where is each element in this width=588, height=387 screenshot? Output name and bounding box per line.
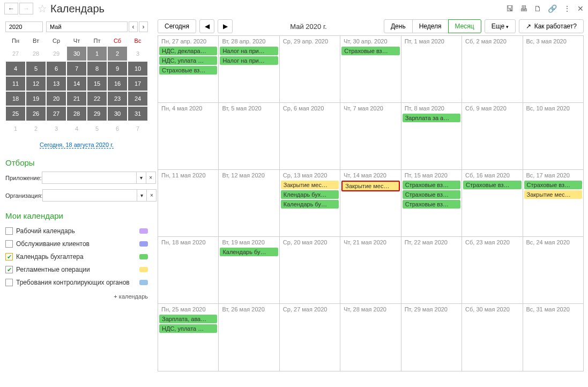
- minical-day[interactable]: 30: [107, 106, 128, 121]
- back-button[interactable]: ←: [4, 3, 18, 14]
- minical-day[interactable]: 25: [5, 106, 26, 121]
- event[interactable]: Страховые вз…: [403, 200, 460, 209]
- checendar-checkbox[interactable]: [5, 279, 13, 286]
- minical-day[interactable]: 11: [5, 76, 26, 91]
- event[interactable]: Клендарь бух…: [281, 190, 339, 199]
- today-link[interactable]: Сегодня, 18 августа 2020 г.: [40, 142, 114, 148]
- filter-app-input[interactable]: [42, 172, 137, 184]
- minical-day[interactable]: 22: [87, 91, 107, 106]
- event[interactable]: НДС, уплата …: [159, 56, 217, 65]
- day-cell[interactable]: Вс, 17 мая 2020Страховые вз…Закрытие мес…: [523, 170, 583, 236]
- filter-app-dropdown[interactable]: ▾: [137, 172, 146, 184]
- checendar-checkbox[interactable]: [5, 240, 13, 248]
- day-cell[interactable]: Пт, 22 мая 2020: [401, 237, 462, 303]
- event[interactable]: НДС, уплата …: [159, 324, 217, 333]
- minical-day[interactable]: 26: [26, 106, 46, 121]
- event[interactable]: Страховые вз…: [403, 181, 460, 189]
- event[interactable]: Страховые вз…: [341, 47, 399, 55]
- day-cell[interactable]: Пт, 29 мая 2020: [401, 304, 462, 371]
- print-icon[interactable]: 🖶: [520, 4, 527, 13]
- minical-day[interactable]: 28: [26, 46, 46, 61]
- minical-day[interactable]: 4: [5, 61, 26, 76]
- minical-day[interactable]: 9: [107, 61, 128, 76]
- day-cell[interactable]: Вт, 28 апр. 2020Налог на при…Налог на пр…: [219, 36, 279, 102]
- event[interactable]: Закрытие мес…: [281, 181, 339, 189]
- day-cell[interactable]: Вс, 24 мая 2020: [523, 237, 583, 303]
- minical-day[interactable]: 12: [26, 76, 46, 91]
- event[interactable]: НДС, деклара…: [159, 47, 217, 55]
- day-cell[interactable]: Чт, 21 мая 2020: [340, 237, 401, 303]
- event[interactable]: Страховые вз…: [159, 66, 217, 75]
- day-cell[interactable]: Пн, 18 мая 2020: [158, 237, 219, 303]
- day-cell[interactable]: Вс, 10 мая 2020: [523, 103, 583, 169]
- minical-day[interactable]: 30: [66, 46, 87, 61]
- minical-day[interactable]: 2: [26, 121, 46, 136]
- day-cell[interactable]: Вс, 3 мая 2020: [523, 36, 583, 102]
- event[interactable]: Закрытие мес…: [341, 181, 399, 191]
- minical-day[interactable]: 29: [46, 46, 66, 61]
- event[interactable]: Закрытие мес…: [524, 190, 582, 199]
- preview-icon[interactable]: 🗋: [534, 4, 541, 13]
- filter-org-dropdown[interactable]: ▾: [137, 189, 147, 202]
- minical-day[interactable]: 8: [87, 61, 107, 76]
- minical-day[interactable]: 20: [46, 91, 66, 106]
- event[interactable]: Страховые вз…: [524, 181, 582, 189]
- event[interactable]: Налог на при…: [220, 56, 278, 65]
- event[interactable]: Зарплата, ава…: [159, 315, 217, 323]
- save-icon[interactable]: 🖫: [506, 4, 513, 13]
- minical-day[interactable]: 5: [87, 121, 107, 136]
- day-cell[interactable]: Ср, 27 мая 2020: [280, 304, 340, 371]
- day-cell[interactable]: Пт, 8 мая 2020Зарплата за а…: [401, 103, 462, 169]
- minical-day[interactable]: 27: [5, 46, 26, 61]
- day-cell[interactable]: Сб, 23 мая 2020: [462, 237, 523, 303]
- day-cell[interactable]: Чт, 30 апр. 2020Страховые вз…: [340, 36, 401, 102]
- next-button[interactable]: ▶: [218, 19, 233, 33]
- minical-day[interactable]: 17: [128, 76, 148, 91]
- minical-day[interactable]: 16: [107, 76, 128, 91]
- minical-day[interactable]: 7: [66, 61, 87, 76]
- checendar-checkbox[interactable]: [5, 227, 13, 235]
- kebab-icon[interactable]: ⋮: [563, 4, 571, 13]
- checendar-checkbox[interactable]: [5, 253, 13, 261]
- view-day[interactable]: День: [384, 19, 413, 33]
- year-input[interactable]: [5, 21, 43, 32]
- day-cell[interactable]: Вт, 12 мая 2020: [219, 170, 279, 236]
- day-cell[interactable]: Ср, 20 мая 2020: [280, 237, 340, 303]
- day-cell[interactable]: Ср, 6 мая 2020: [280, 103, 340, 169]
- close-icon[interactable]: ✕: [577, 4, 584, 13]
- minical-day[interactable]: 1: [5, 121, 26, 136]
- day-cell[interactable]: Пт, 15 мая 2020Страховые вз…Страховые вз…: [401, 170, 462, 236]
- day-cell[interactable]: Ср, 29 апр. 2020: [280, 36, 340, 102]
- day-cell[interactable]: Чт, 7 мая 2020: [340, 103, 401, 169]
- link-icon[interactable]: 🔗: [548, 4, 557, 13]
- day-cell[interactable]: Чт, 14 мая 2020Закрытие мес…: [340, 170, 401, 236]
- day-cell[interactable]: Сб, 2 мая 2020: [462, 36, 523, 102]
- minical-day[interactable]: 24: [128, 91, 148, 106]
- minical-day[interactable]: 29: [87, 106, 107, 121]
- more-button[interactable]: Еще: [485, 19, 516, 33]
- minical-day[interactable]: 1: [87, 46, 107, 61]
- view-week[interactable]: Неделя: [412, 19, 449, 33]
- filter-org-input[interactable]: [42, 189, 137, 202]
- calendar-item[interactable]: Регламентные операции: [5, 263, 148, 276]
- month-input[interactable]: [46, 21, 128, 32]
- day-cell[interactable]: Вт, 5 мая 2020: [219, 103, 279, 169]
- minical-day[interactable]: 10: [128, 61, 148, 76]
- day-cell[interactable]: Сб, 16 мая 2020Страховые вз…: [462, 170, 523, 236]
- minical-day[interactable]: 13: [46, 76, 66, 91]
- event[interactable]: Налог на при…: [220, 47, 278, 55]
- minical-day[interactable]: 5: [26, 61, 46, 76]
- day-cell[interactable]: Пт, 1 мая 2020: [401, 36, 462, 102]
- calendar-item[interactable]: Календарь бухгалтера: [5, 250, 148, 263]
- minical-day[interactable]: 21: [66, 91, 87, 106]
- minical-day[interactable]: 2: [107, 46, 128, 61]
- event[interactable]: Зарплата за а…: [403, 114, 460, 122]
- prev-button[interactable]: ◀: [199, 19, 214, 33]
- star-icon[interactable]: ☆: [38, 2, 47, 15]
- event[interactable]: Календарь бу…: [281, 200, 339, 209]
- add-calendar[interactable]: + календарь: [5, 293, 148, 300]
- day-cell[interactable]: Вт, 19 мая 2020Календарь бу…: [219, 237, 279, 303]
- day-cell[interactable]: Ср, 13 мая 2020Закрытие мес…Клендарь бух…: [280, 170, 340, 236]
- minical-day[interactable]: 27: [46, 106, 66, 121]
- day-cell[interactable]: Пн, 4 мая 2020: [158, 103, 219, 169]
